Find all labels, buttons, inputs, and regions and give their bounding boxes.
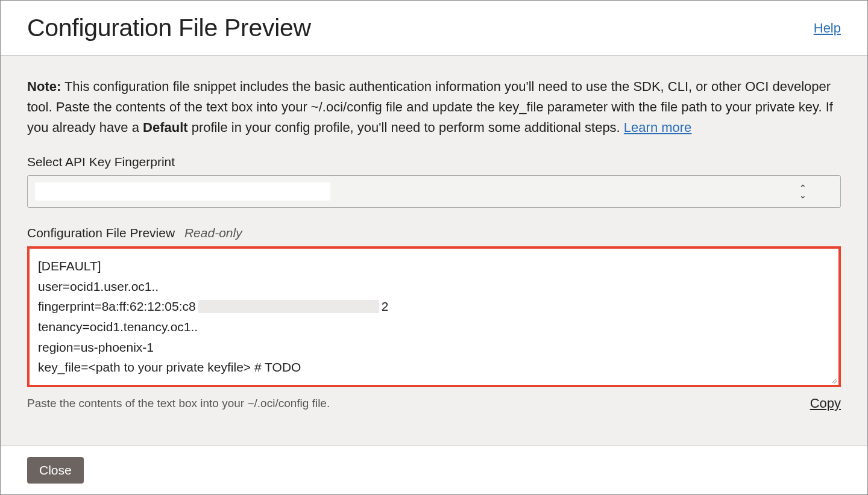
redaction-block [200, 320, 622, 334]
note-paragraph: Note: This configuration file snippet in… [27, 76, 841, 138]
copy-link[interactable]: Copy [810, 396, 841, 411]
redaction-block [161, 280, 571, 293]
config-preview-textbox[interactable]: [DEFAULT] user=ocid1.user.oc1.. fingerpr… [27, 246, 841, 387]
learn-more-link[interactable]: Learn more [624, 120, 692, 135]
note-label: Note: [27, 79, 61, 94]
dialog-title: Configuration File Preview [27, 14, 311, 42]
fingerprint-label: Select API Key Fingerprint [27, 155, 841, 169]
note-default-word: Default [143, 120, 188, 135]
preview-hint-text: Paste the contents of the text box into … [27, 397, 330, 410]
preview-line-1: user=ocid1.user.oc1.. [38, 276, 159, 297]
preview-line-3: tenancy=ocid1.tenancy.oc1.. [38, 317, 198, 337]
resize-handle-icon[interactable] [829, 375, 837, 384]
chevron-up-down-icon: ⌃⌃ [799, 185, 807, 198]
help-link[interactable]: Help [814, 20, 841, 36]
dialog-footer: Close [1, 446, 867, 494]
preview-line-5: key_file=<path to your private keyfile> … [38, 357, 301, 378]
dialog-header: Configuration File Preview Help [1, 1, 867, 56]
redaction-block [198, 300, 379, 313]
preview-label-row: Configuration File Preview Read-only [27, 226, 841, 240]
preview-line-2-suffix: 2 [382, 296, 389, 317]
note-body-2: profile in your config profile, you'll n… [188, 120, 624, 135]
close-button[interactable]: Close [27, 457, 84, 484]
preview-readonly-label: Read-only [184, 226, 242, 240]
preview-hint-row: Paste the contents of the text box into … [27, 396, 841, 411]
preview-label: Configuration File Preview [27, 226, 175, 240]
config-file-preview-dialog: Configuration File Preview Help Note: Th… [0, 0, 868, 495]
preview-line-4: region=us-phoenix-1 [38, 337, 154, 358]
fingerprint-select[interactable]: ⌃⌃ [27, 175, 841, 208]
preview-line-0: [DEFAULT] [38, 256, 101, 276]
preview-line-2-prefix: fingerprint=8a:ff:62:12:05:c8 [38, 296, 196, 317]
fingerprint-selected-value [35, 182, 330, 201]
dialog-body: Note: This configuration file snippet in… [1, 56, 867, 446]
